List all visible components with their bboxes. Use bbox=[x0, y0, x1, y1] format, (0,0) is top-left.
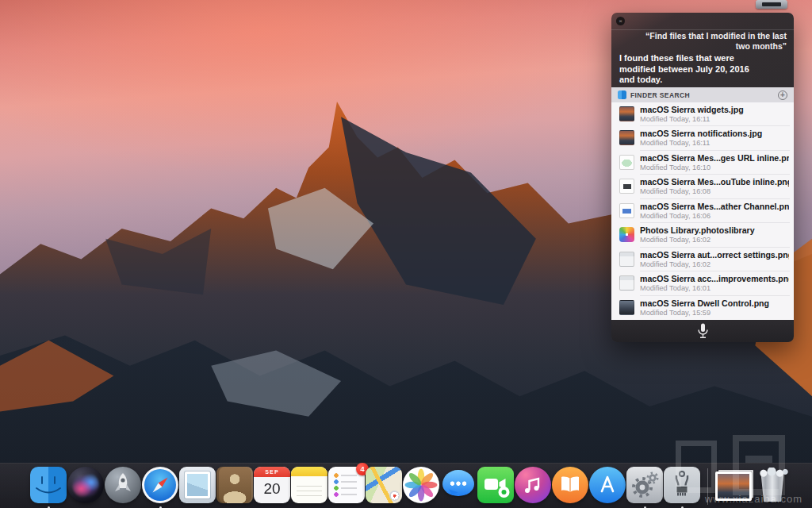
finder-search-header: FINDER SEARCH + bbox=[611, 87, 794, 102]
file-name: macOS Sierra notifications.jpg bbox=[640, 129, 789, 138]
file-modified-date: Modified Today, 16:10 bbox=[640, 164, 789, 171]
dock-item-calendar[interactable]: SEP 20 bbox=[254, 467, 290, 503]
dock-item-system-preferences[interactable] bbox=[626, 467, 663, 503]
file-name: macOS Sierra Mes...ges URL inline.png bbox=[640, 153, 789, 163]
file-thumbnail bbox=[619, 155, 634, 170]
list-item[interactable]: macOS Sierra Dwell Control.png Modified … bbox=[611, 296, 794, 320]
file-modified-date: Modified Today, 16:11 bbox=[640, 115, 789, 123]
finder-search-results: macOS Sierra widgets.jpg Modified Today,… bbox=[611, 102, 794, 320]
file-thumbnail bbox=[619, 179, 634, 194]
dock-item-ibooks[interactable] bbox=[552, 467, 588, 503]
finder-icon bbox=[30, 467, 67, 503]
dock-item-app-store[interactable] bbox=[589, 467, 626, 503]
itunes-note-icon bbox=[515, 467, 551, 503]
microphone-icon[interactable] bbox=[698, 323, 708, 339]
file-name: macOS Sierra Mes...ouTube inline.png bbox=[640, 177, 789, 187]
notes-icon bbox=[291, 467, 327, 503]
list-item[interactable]: macOS Sierra widgets.jpg Modified Today,… bbox=[611, 102, 794, 126]
app-store-icon bbox=[589, 467, 626, 503]
dock-item-finder[interactable] bbox=[30, 467, 67, 503]
file-thumbnail bbox=[619, 275, 634, 291]
close-icon[interactable]: × bbox=[616, 17, 625, 25]
file-thumbnail bbox=[619, 130, 634, 145]
dock-item-downloads-stack[interactable] bbox=[714, 467, 753, 503]
calendar-icon: SEP 20 bbox=[254, 467, 290, 503]
file-modified-date: Modified Today, 16:08 bbox=[640, 187, 789, 195]
dock-item-maps[interactable] bbox=[366, 467, 402, 503]
maps-icon bbox=[366, 467, 402, 503]
dock-item-notes[interactable] bbox=[291, 467, 327, 503]
file-modified-date: Modified Today, 16:01 bbox=[640, 284, 789, 292]
list-item[interactable]: macOS Sierra Mes...ouTube inline.png Mod… bbox=[611, 175, 794, 198]
messages-bubble-icon bbox=[442, 470, 474, 496]
file-name: Photos Library.photoslibrary bbox=[640, 225, 789, 235]
file-modified-date: Modified Today, 15:59 bbox=[640, 309, 789, 317]
dock-item-chip-utility[interactable] bbox=[664, 467, 700, 503]
dock-item-siri[interactable] bbox=[67, 467, 104, 503]
dock: SEP 20 4 bbox=[0, 463, 812, 508]
dock-item-photos[interactable] bbox=[403, 467, 439, 503]
file-name: macOS Sierra acc...improvements.png bbox=[640, 274, 789, 283]
dock-item-reminders[interactable]: 4 bbox=[328, 467, 365, 503]
dock-separator bbox=[701, 467, 714, 506]
dock-item-contacts[interactable] bbox=[216, 467, 253, 503]
gear-icon bbox=[626, 467, 663, 503]
dock-item-trash[interactable] bbox=[754, 467, 791, 503]
downloads-photo-stack-icon bbox=[715, 471, 752, 501]
safari-compass-icon bbox=[142, 467, 178, 503]
siri-icon bbox=[67, 467, 104, 503]
list-item[interactable]: Photos Library.photoslibrary Modified To… bbox=[611, 223, 794, 247]
file-modified-date: Modified Today, 16:06 bbox=[640, 212, 789, 220]
dock-item-safari[interactable] bbox=[142, 467, 178, 503]
list-item[interactable]: macOS Sierra acc...improvements.png Modi… bbox=[611, 271, 794, 295]
file-thumbnail bbox=[619, 203, 634, 218]
file-name: macOS Sierra widgets.jpg bbox=[640, 105, 789, 114]
file-name: macOS Sierra Dwell Control.png bbox=[640, 298, 789, 308]
file-thumbnail bbox=[619, 227, 634, 242]
facetime-camera-icon bbox=[477, 467, 514, 503]
siri-query-text: “Find files that I modified in the last … bbox=[630, 31, 787, 52]
photos-flower-icon bbox=[403, 467, 439, 503]
mail-stamp-icon bbox=[179, 467, 216, 503]
finder-icon bbox=[618, 90, 626, 99]
cropped-device-icon bbox=[756, 0, 787, 9]
dock-item-mail[interactable] bbox=[179, 467, 216, 503]
dock-item-itunes[interactable] bbox=[515, 467, 551, 503]
dock-item-facetime[interactable] bbox=[477, 467, 514, 503]
trash-paper-icon bbox=[758, 468, 788, 477]
dock-item-messages[interactable] bbox=[440, 467, 477, 503]
file-name: macOS Sierra aut...orrect settings.png bbox=[640, 250, 789, 260]
list-item[interactable]: macOS Sierra Mes...ather Channel.png Mod… bbox=[611, 199, 794, 223]
siri-response-text: I found these files that were modified b… bbox=[619, 53, 756, 86]
calendar-day: 20 bbox=[254, 477, 290, 501]
siri-panel-header: × “Find files that I modified in the las… bbox=[611, 13, 794, 87]
list-item[interactable]: macOS Sierra notifications.jpg Modified … bbox=[611, 126, 794, 150]
divider bbox=[611, 29, 794, 30]
contacts-book-icon bbox=[216, 467, 253, 503]
file-thumbnail bbox=[619, 252, 634, 267]
dock-item-launchpad[interactable] bbox=[105, 467, 141, 503]
file-name: macOS Sierra Mes...ather Channel.png bbox=[640, 202, 789, 211]
ibooks-book-icon bbox=[552, 467, 588, 503]
calendar-month: SEP bbox=[254, 467, 290, 477]
chip-extractor-icon bbox=[664, 467, 700, 503]
add-to-today-icon[interactable]: + bbox=[778, 90, 787, 100]
file-modified-date: Modified Today, 16:02 bbox=[640, 260, 789, 268]
list-item[interactable]: macOS Sierra aut...orrect settings.png M… bbox=[611, 248, 794, 271]
finder-search-title: FINDER SEARCH bbox=[630, 91, 778, 99]
launchpad-rocket-icon bbox=[105, 467, 141, 503]
file-thumbnail bbox=[619, 300, 634, 315]
file-modified-date: Modified Today, 16:02 bbox=[640, 236, 789, 244]
file-thumbnail bbox=[619, 106, 634, 121]
file-modified-date: Modified Today, 16:11 bbox=[640, 139, 789, 147]
list-item[interactable]: macOS Sierra Mes...ges URL inline.png Mo… bbox=[611, 151, 794, 175]
siri-panel-footer bbox=[611, 320, 794, 342]
siri-panel: × “Find files that I modified in the las… bbox=[611, 13, 794, 342]
